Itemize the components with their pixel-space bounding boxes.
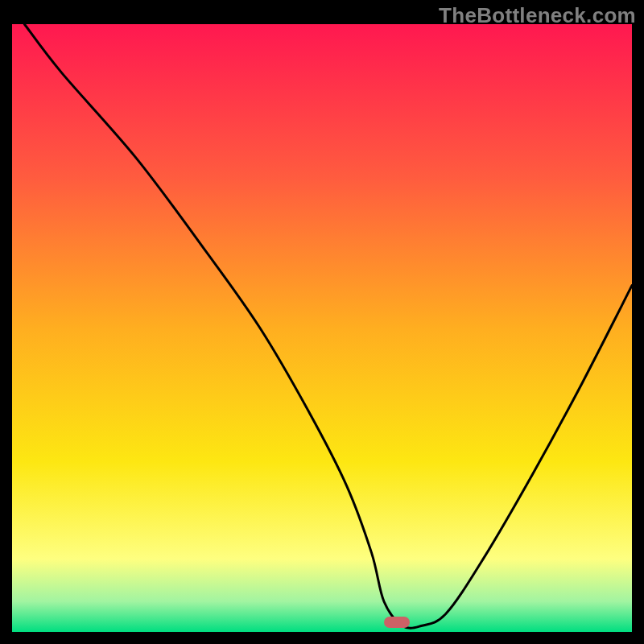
watermark-text: TheBottleneck.com (439, 3, 636, 28)
bottleneck-curve (0, 0, 644, 644)
optimal-point-marker (384, 617, 410, 628)
